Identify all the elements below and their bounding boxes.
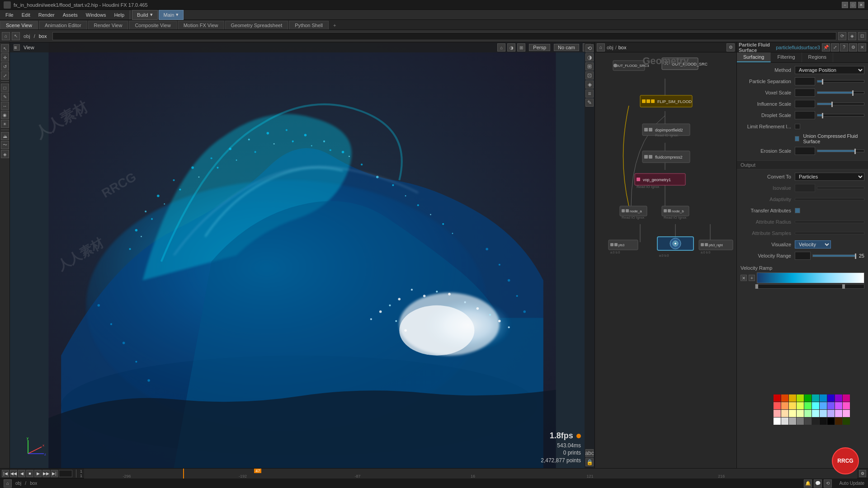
color-swatch-38[interactable]	[835, 418, 842, 425]
color-swatch-35[interactable]	[812, 418, 819, 425]
particle-sep-slider[interactable]	[817, 80, 864, 83]
build-button[interactable]: Build ▾	[132, 10, 157, 20]
nocam-button[interactable]: No cam	[554, 44, 579, 51]
maximize-button[interactable]: □	[850, 2, 856, 8]
tab-python-shell[interactable]: Python Shell	[289, 21, 329, 29]
props-help[interactable]: ?	[840, 43, 848, 52]
color-swatch-36[interactable]	[820, 418, 827, 425]
poly-tool[interactable]: □	[1, 84, 9, 92]
color-swatch-22[interactable]	[789, 410, 796, 417]
tl-frame-input[interactable]: 47	[59, 470, 72, 477]
color-swatch-32[interactable]	[789, 418, 796, 425]
limit-ref-checkbox[interactable]	[795, 124, 800, 129]
menu-render[interactable]: Render	[35, 11, 58, 19]
status-icon-2[interactable]: 💬	[814, 479, 822, 488]
convert-to-select[interactable]: Particles VDB Polygon Mesh	[795, 173, 864, 181]
color-swatch-33[interactable]	[797, 418, 804, 425]
tl-play-btn[interactable]: ▶	[34, 470, 42, 477]
persp-button[interactable]: Persp	[529, 44, 550, 51]
status-icon-3[interactable]: ⟲	[824, 479, 832, 488]
droplet-scale-input[interactable]: 1	[795, 111, 815, 119]
color-swatch-34[interactable]	[804, 418, 811, 425]
isovalue-input[interactable]	[795, 184, 815, 192]
tab-filtering[interactable]: Filtering	[771, 52, 802, 62]
vellum-tool[interactable]: ◈	[1, 150, 9, 158]
select-tool-btn[interactable]: ↖	[1, 44, 9, 52]
color-swatch-8[interactable]	[835, 394, 842, 402]
status-home[interactable]: ⌂	[4, 479, 12, 488]
tab-render-view[interactable]: Render View	[88, 21, 128, 29]
union-checkbox[interactable]	[795, 136, 799, 141]
vp-rt-3[interactable]: ⊞	[585, 62, 594, 70]
influence-scale-input[interactable]: 3	[795, 100, 815, 108]
color-swatch-18[interactable]	[835, 402, 842, 409]
color-swatch-1[interactable]	[781, 394, 788, 402]
color-swatch-27[interactable]	[827, 410, 835, 417]
vp-rt-7[interactable]: ✎	[585, 99, 594, 107]
color-swatch-12[interactable]	[789, 402, 796, 409]
status-icon-1[interactable]: 🔔	[804, 479, 812, 488]
velocity-range-slider[interactable]	[812, 254, 855, 257]
minimize-button[interactable]: −	[842, 2, 848, 8]
visualize-select[interactable]: Velocity None Point Color	[795, 240, 831, 249]
color-swatch-37[interactable]	[827, 418, 835, 425]
home-tool[interactable]: ⌂	[2, 32, 10, 40]
color-swatch-39[interactable]	[843, 418, 850, 425]
color-swatch-4[interactable]	[804, 394, 811, 402]
color-swatch-28[interactable]	[835, 410, 842, 417]
measure-tool[interactable]: ↔	[1, 102, 9, 110]
tl-prev-btn[interactable]: ◀	[18, 470, 25, 477]
menu-edit[interactable]: Edit	[18, 11, 34, 19]
color-swatch-14[interactable]	[804, 402, 811, 409]
color-swatch-24[interactable]	[804, 410, 811, 417]
vp-rt-1[interactable]: ⟲	[585, 44, 594, 52]
vp-rt-8[interactable]: abc	[585, 449, 594, 457]
tl-settings-btn[interactable]: ⚙	[859, 470, 866, 477]
ramp-display[interactable]	[757, 272, 864, 283]
ramp-delete-btn[interactable]: ✕	[741, 275, 747, 281]
color-swatch-21[interactable]	[781, 410, 788, 417]
tab-motion-fx[interactable]: Motion FX View	[178, 21, 224, 29]
camera-tool[interactable]: ◉	[1, 111, 9, 119]
vp-rt-9[interactable]: 🔒	[585, 458, 594, 466]
menu-help[interactable]: Help	[110, 11, 128, 19]
color-swatch-17[interactable]	[827, 402, 835, 409]
node-panel-home[interactable]: ⌂	[597, 43, 605, 52]
light-tool[interactable]: ☀	[1, 120, 9, 128]
window-controls[interactable]: − □ ✕	[842, 2, 864, 8]
path-input[interactable]	[52, 32, 837, 40]
props-settings[interactable]: ⚙	[849, 43, 857, 52]
add-tab-button[interactable]: +	[330, 21, 340, 29]
color-swatch-15[interactable]	[812, 402, 819, 409]
tab-scene-view[interactable]: Scene View	[0, 21, 38, 29]
tab-geometry-spreadsheet[interactable]: Geometry Spreadsheet	[225, 21, 288, 29]
transfer-attribs-checkbox[interactable]	[795, 208, 800, 213]
color-swatch-26[interactable]	[820, 410, 827, 417]
terrain-tool[interactable]: ⛰	[1, 132, 9, 140]
props-close[interactable]: ✕	[858, 43, 866, 52]
erosion-scale-slider[interactable]	[817, 150, 864, 152]
tl-stop-btn[interactable]: ■	[26, 470, 33, 477]
color-swatch-3[interactable]	[797, 394, 804, 402]
color-swatch-9[interactable]	[843, 394, 850, 402]
tool-2[interactable]: ◈	[848, 32, 856, 40]
erosion-scale-input[interactable]: 0.8	[795, 147, 815, 155]
menu-file[interactable]: File	[2, 11, 17, 19]
menu-windows[interactable]: Windows	[82, 11, 110, 19]
paint-tool[interactable]: ✎	[1, 93, 9, 101]
tl-start-btn[interactable]: |◀	[2, 470, 9, 477]
tl-end-btn[interactable]: ▶|	[51, 470, 58, 477]
color-swatch-16[interactable]	[820, 402, 827, 409]
tab-animation-editor[interactable]: Animation Editor	[39, 21, 87, 29]
color-swatch-11[interactable]	[781, 402, 788, 409]
props-maximize[interactable]: ⤢	[831, 43, 839, 52]
vp-rt-6[interactable]: ≡	[585, 89, 594, 98]
color-swatch-19[interactable]	[843, 402, 850, 409]
color-swatch-29[interactable]	[843, 410, 850, 417]
color-swatch-20[interactable]	[774, 410, 781, 417]
vp-rt-4[interactable]: ⊡	[585, 71, 594, 80]
menu-assets[interactable]: Assets	[59, 11, 81, 19]
tl-next-btn[interactable]: ▶▶	[42, 470, 50, 477]
tool-1[interactable]: ⟳	[838, 32, 846, 40]
voxel-scale-slider[interactable]	[817, 91, 864, 94]
